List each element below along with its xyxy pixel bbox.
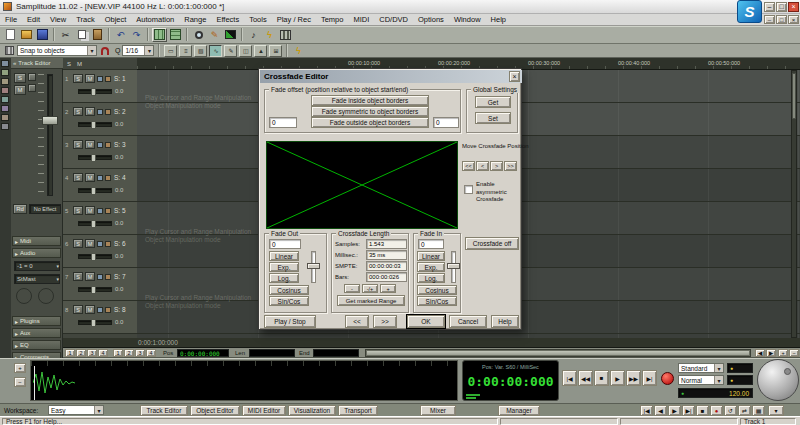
ws-grid-icon[interactable]: ▦ — [752, 405, 765, 416]
tool-button-draw[interactable]: ✎ — [224, 45, 237, 57]
section-aux[interactable]: ▸Aux — [12, 328, 61, 338]
fade-in-log-button[interactable]: Log. — [417, 273, 445, 283]
scroll-right-button[interactable]: ▶ — [766, 349, 776, 357]
vertical-scrollbar-handle[interactable] — [792, 73, 796, 119]
offset-left-input[interactable]: 0 — [269, 117, 297, 128]
object-grid-icon[interactable] — [168, 28, 183, 42]
menu-item[interactable]: Play / Rec — [272, 14, 316, 25]
fade-out-curve-handle[interactable] — [307, 263, 320, 269]
menu-item[interactable]: Range — [179, 14, 211, 25]
ws-loop-icon[interactable]: ↺ — [724, 405, 737, 416]
fade-in-linear-button[interactable]: Linear — [417, 251, 445, 261]
overview-play-cursor[interactable] — [34, 366, 35, 400]
section-eq[interactable]: ▸EQ — [12, 340, 61, 350]
track-volume-slider[interactable] — [78, 89, 112, 94]
rewind-button[interactable]: ◀◀ — [578, 370, 593, 386]
object-editor-button[interactable]: Object Editor — [190, 405, 240, 416]
effect-slot[interactable]: No Effect — [29, 204, 61, 214]
track-solo-button[interactable]: S — [73, 239, 83, 248]
ws-stop-icon[interactable]: ■ — [696, 405, 709, 416]
track-volume-handle[interactable] — [91, 220, 96, 228]
ws-forward-icon[interactable]: ▶ — [668, 405, 681, 416]
horizontal-scrollbar-handle[interactable] — [366, 350, 750, 356]
tool-button-cut[interactable]: ◫ — [239, 45, 252, 57]
pencil-tool-icon[interactable]: ✎ — [207, 28, 222, 42]
fade-out-value-input[interactable]: 0 — [269, 239, 301, 249]
track-name[interactable]: S: 1 — [114, 75, 126, 82]
marker-icon[interactable]: ϟ — [262, 28, 277, 42]
save-project-icon[interactable] — [35, 28, 50, 42]
previous-crossfade-button[interactable]: << — [345, 315, 369, 328]
track-volume-handle[interactable] — [91, 253, 96, 261]
dock-icon[interactable] — [1, 123, 9, 130]
dialog-title-bar[interactable]: Crossfade Editor — [260, 70, 522, 83]
maximize-button[interactable]: □ — [776, 2, 787, 12]
redo-icon[interactable]: ↷ — [129, 28, 144, 42]
track-input-icon[interactable] — [97, 76, 103, 82]
overview-zoom-out-button[interactable]: − — [14, 377, 26, 387]
ws-record-icon[interactable]: ● — [710, 405, 723, 416]
track-record-icon[interactable] — [105, 175, 111, 181]
len-field[interactable] — [249, 349, 295, 357]
magnet-icon[interactable] — [99, 44, 111, 58]
fade-in-cosinus-button[interactable]: Cosinus — [417, 285, 457, 295]
read-automation-button[interactable]: Rd — [13, 204, 27, 214]
tool-button-pitch[interactable]: ▲ — [254, 45, 267, 57]
zoom-out-button[interactable]: − — [789, 349, 799, 357]
fade-in-curve-handle[interactable] — [447, 263, 460, 269]
move-left-button[interactable]: < — [476, 161, 489, 171]
forward-button[interactable]: ▶▶ — [626, 370, 641, 386]
length-increase-button[interactable]: + — [380, 284, 396, 293]
track-mute-button[interactable]: M — [85, 173, 95, 182]
menu-item[interactable]: Options — [413, 14, 449, 25]
track-solo-button[interactable]: S — [73, 305, 83, 314]
move-fast-left-button[interactable]: << — [462, 161, 475, 171]
menu-item[interactable]: View — [45, 14, 71, 25]
visualization-button[interactable]: Visualization — [288, 405, 336, 416]
new-project-icon[interactable] — [3, 28, 18, 42]
length-decrease-button[interactable]: - — [344, 284, 360, 293]
fade-out-cosinus-button[interactable]: Cosinus — [269, 285, 309, 295]
menu-item[interactable]: Effects — [211, 14, 244, 25]
fade-inside-button[interactable]: Fade inside object borders — [311, 95, 429, 106]
snap-mode-select[interactable]: Snap to objects▾ — [17, 45, 97, 56]
fade-out-exp-button[interactable]: Exp. — [269, 262, 299, 272]
undo-icon[interactable]: ↶ — [113, 28, 128, 42]
zoom-preset-button[interactable]: 3 — [135, 349, 145, 357]
menu-item[interactable]: Edit — [22, 14, 45, 25]
zoom-preset-button[interactable]: 4 — [98, 349, 108, 357]
track-mute-button[interactable]: M — [85, 74, 95, 83]
track-input-icon[interactable] — [97, 142, 103, 148]
solo-button[interactable]: S — [14, 73, 26, 83]
dialog-close-button[interactable]: × — [509, 71, 520, 82]
menu-item[interactable]: File — [0, 14, 22, 25]
move-right-button[interactable]: > — [490, 161, 503, 171]
track-solo-button[interactable]: S — [73, 272, 83, 281]
track-volume-slider[interactable] — [78, 155, 112, 160]
tool-button-curve[interactable]: ▧ — [194, 45, 207, 57]
track-volume-slider[interactable] — [78, 188, 112, 193]
menu-item[interactable]: Tools — [244, 14, 272, 25]
track-row[interactable]: 1 S M S: 1 0.0 — [63, 70, 137, 103]
cut-icon[interactable]: ✂ — [58, 28, 73, 42]
section-plugins[interactable]: ▸Plugins — [12, 316, 61, 326]
tool-button-universal[interactable]: ▭ — [164, 45, 177, 57]
track-mute-button[interactable]: M — [85, 239, 95, 248]
midi-editor-button[interactable]: MIDI Editor — [242, 405, 286, 416]
track-row[interactable]: 4 S M S: 4 0.0 — [63, 169, 137, 202]
menu-item[interactable]: CD/DVD — [374, 14, 413, 25]
tool-button-object[interactable]: ∿ — [209, 45, 222, 57]
track-row[interactable]: 3 S M S: 3 0.0 — [63, 136, 137, 169]
track-input-icon[interactable] — [97, 175, 103, 181]
menu-item[interactable]: Track — [71, 14, 99, 25]
track-name[interactable]: S: 7 — [114, 273, 126, 280]
zoom-preset-button[interactable]: 4 — [146, 349, 156, 357]
track-volume-slider[interactable] — [78, 122, 112, 127]
zoom-preset-button[interactable]: 2 — [124, 349, 134, 357]
track-row[interactable]: 6 S M S: 6 0.0 — [63, 235, 137, 268]
track-volume-handle[interactable] — [91, 286, 96, 294]
track-record-icon[interactable] — [105, 274, 111, 280]
track-volume-slider[interactable] — [78, 254, 112, 259]
zoom-preset-button[interactable]: 2 — [76, 349, 86, 357]
zoom-tool-icon[interactable] — [191, 28, 206, 42]
